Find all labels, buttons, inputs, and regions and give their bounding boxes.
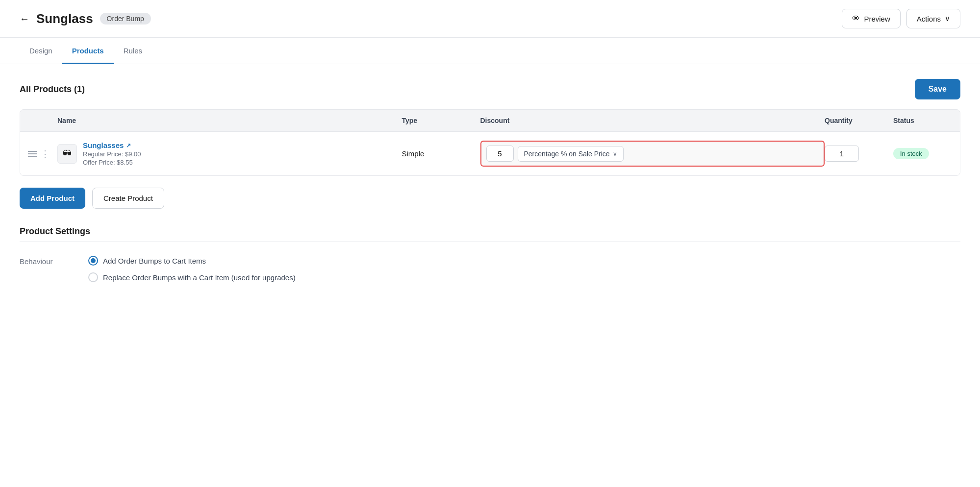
row-controls: ⋮: [28, 148, 57, 159]
discount-value-input[interactable]: [486, 146, 514, 162]
radio-option-replace[interactable]: Replace Order Bumps with a Cart Item (us…: [88, 272, 296, 282]
product-name-link[interactable]: Sunglasses ↗: [83, 141, 141, 149]
radio-option-add[interactable]: Add Order Bumps to Cart Items: [88, 256, 296, 266]
preview-label: Preview: [864, 15, 890, 23]
eye-icon: 👁: [852, 14, 860, 23]
col-type-header: Type: [402, 117, 480, 124]
external-link-icon: ↗: [126, 142, 131, 149]
action-buttons: Add Product Create Product: [20, 188, 960, 209]
offer-price: Offer Price: $8.55: [83, 159, 141, 166]
add-product-button[interactable]: Add Product: [20, 188, 85, 209]
products-table: Name Type Discount Quantity Status ⋮ 🕶 S…: [20, 109, 960, 176]
create-product-button[interactable]: Create Product: [92, 188, 164, 209]
tab-rules[interactable]: Rules: [114, 38, 152, 64]
kebab-menu-icon[interactable]: ⋮: [41, 148, 50, 159]
table-row: ⋮ 🕶 Sunglasses ↗ Regular Price: $9.00 Of…: [20, 132, 960, 175]
actions-button[interactable]: Actions ∨: [906, 9, 960, 28]
col-name-header: Name: [57, 117, 402, 124]
order-bump-badge: Order Bump: [100, 13, 151, 24]
product-details: Sunglasses ↗ Regular Price: $9.00 Offer …: [83, 141, 141, 166]
radio-button-replace[interactable]: [88, 272, 98, 282]
product-info: 🕶 Sunglasses ↗ Regular Price: $9.00 Offe…: [57, 141, 402, 166]
header: ← Sunglass Order Bump 👁 Preview Actions …: [0, 0, 980, 38]
col-drag: [28, 117, 57, 124]
radio-group: Add Order Bumps to Cart Items Replace Or…: [88, 256, 296, 282]
status-badge: In stock: [893, 148, 929, 159]
preview-button[interactable]: 👁 Preview: [842, 9, 900, 28]
header-left: ← Sunglass Order Bump: [20, 11, 151, 26]
main-content: All Products (1) Save Name Type Discount…: [0, 64, 980, 297]
col-quantity-header: Quantity: [825, 117, 893, 124]
discount-type-select[interactable]: Percentage % on Sale Price ∨: [518, 146, 624, 162]
settings-title: Product Settings: [20, 226, 960, 237]
radio-label-replace: Replace Order Bumps with a Cart Item (us…: [103, 273, 296, 282]
col-status-header: Status: [893, 117, 952, 124]
save-button[interactable]: Save: [915, 79, 960, 99]
tab-products[interactable]: Products: [62, 38, 114, 64]
product-type: Simple: [402, 149, 480, 158]
settings-row: Behaviour Add Order Bumps to Cart Items …: [20, 256, 960, 282]
product-settings: Product Settings Behaviour Add Order Bum…: [20, 226, 960, 282]
back-button[interactable]: ←: [20, 13, 29, 24]
discount-type-label: Percentage % on Sale Price: [524, 150, 610, 158]
discount-cell: Percentage % on Sale Price ∨: [480, 141, 825, 167]
regular-price: Regular Price: $9.00: [83, 150, 141, 158]
actions-label: Actions: [917, 15, 941, 23]
radio-label-add: Add Order Bumps to Cart Items: [103, 257, 206, 265]
quantity-input[interactable]: [825, 146, 859, 162]
quantity-cell: [825, 146, 893, 162]
table-header: Name Type Discount Quantity Status: [20, 110, 960, 132]
status-cell: In stock: [893, 148, 952, 159]
tabs: Design Products Rules: [0, 38, 980, 64]
chevron-down-icon: ∨: [945, 14, 950, 23]
settings-divider: [20, 242, 960, 242]
page-title: Sunglass: [36, 11, 93, 26]
header-right: 👁 Preview Actions ∨: [842, 9, 960, 28]
radio-button-add[interactable]: [88, 256, 98, 266]
product-thumbnail: 🕶: [57, 144, 77, 164]
section-title: All Products (1): [20, 84, 85, 95]
drag-handle-icon[interactable]: [28, 151, 37, 157]
behaviour-label: Behaviour: [20, 256, 69, 266]
col-discount-header: Discount: [480, 117, 825, 124]
discount-select-chevron-icon: ∨: [613, 150, 617, 157]
tab-design[interactable]: Design: [20, 38, 62, 64]
section-header: All Products (1) Save: [20, 79, 960, 99]
